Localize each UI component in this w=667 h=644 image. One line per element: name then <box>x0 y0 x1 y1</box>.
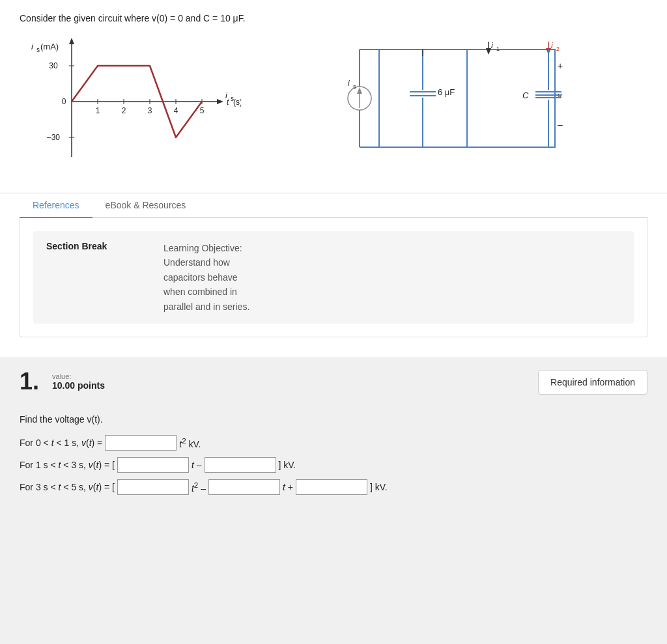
svg-text:i: i <box>348 79 350 88</box>
svg-marker-44 <box>486 48 491 55</box>
row2-prefix: For 1 s < t < 3 s, v(t) = [ <box>20 460 115 470</box>
svg-text:s: s <box>353 83 356 90</box>
row1-t2: t2 kV. <box>179 436 201 449</box>
equation-row-2: For 1 s < t < 3 s, v(t) = [ t – ] kV. <box>20 457 647 473</box>
problem-value-points: 10.00 points <box>52 380 105 391</box>
circuit-diagram-area: i s (mA) 30 0 <box>20 30 647 173</box>
svg-text:+: + <box>558 61 563 71</box>
problem-header: 1. value: 10.00 points Required informat… <box>20 370 647 395</box>
row2-t: t – <box>192 460 202 470</box>
page-wrapper: Consider the given circuit where v(0) = … <box>0 0 667 644</box>
row1-input[interactable] <box>105 435 177 451</box>
svg-text:C: C <box>522 91 529 100</box>
row3-kv: ] kV. <box>370 482 388 492</box>
section-break-label: Section Break <box>46 241 137 314</box>
problem-section: 1. value: 10.00 points Required informat… <box>0 357 667 527</box>
svg-marker-6 <box>217 99 223 104</box>
svg-text:i: i <box>491 41 493 50</box>
svg-marker-30 <box>357 87 362 94</box>
circuit-right: i s 6 μF <box>261 30 647 167</box>
svg-text:30: 30 <box>49 61 58 70</box>
svg-marker-5 <box>69 38 74 44</box>
row3-input-1[interactable] <box>117 479 189 495</box>
svg-text:i: i <box>551 41 553 50</box>
problem-number-area: 1. value: 10.00 points <box>20 370 105 393</box>
required-information-button[interactable]: Required information <box>538 370 647 395</box>
equation-row-3: For 3 s < t < 5 s, v(t) = [ t2 – t + ] k… <box>20 479 647 495</box>
svg-text:s: s <box>36 46 40 53</box>
svg-text:2: 2 <box>122 106 126 115</box>
row3-input-3[interactable] <box>296 479 367 495</box>
row2-input-2[interactable] <box>205 457 276 473</box>
svg-text:s: s <box>231 95 234 102</box>
svg-text:–30: –30 <box>47 133 60 142</box>
problem-body: Find the voltage v(t). For 0 < t < 1 s, … <box>20 414 647 495</box>
row3-prefix: For 3 s < t < 5 s, v(t) = [ <box>20 482 115 492</box>
svg-text:(mA): (mA) <box>40 42 59 51</box>
svg-text:6 μF: 6 μF <box>438 87 455 97</box>
svg-text:1: 1 <box>96 106 100 115</box>
row1-prefix: For 0 < t < 1 s, v(t) = <box>20 438 102 448</box>
circuit-problem-text: Consider the given circuit where v(0) = … <box>20 13 647 23</box>
svg-text:4: 4 <box>174 106 178 115</box>
row3-t2: t2 – <box>192 481 206 494</box>
section-break-content: Learning Objective: Understand how capac… <box>163 241 249 314</box>
svg-text:0: 0 <box>62 97 66 106</box>
row2-input-1[interactable] <box>117 457 189 473</box>
svg-text:5: 5 <box>200 106 205 115</box>
svg-text:3: 3 <box>148 106 152 115</box>
tab-content: Section Break Learning Objective: Unders… <box>20 218 647 337</box>
tabs-row: References eBook & Resources <box>20 193 647 218</box>
section-break-row: Section Break Learning Objective: Unders… <box>33 231 634 324</box>
svg-text:1: 1 <box>496 46 500 52</box>
problem-value-area: value: 10.00 points <box>52 372 105 391</box>
row3-input-2[interactable] <box>208 479 280 495</box>
row3-t: t + <box>283 482 293 492</box>
circuit-section: Consider the given circuit where v(0) = … <box>0 0 667 193</box>
graph-container: i s (mA) 30 0 <box>20 30 241 173</box>
svg-text:–: – <box>558 119 563 130</box>
references-section: References eBook & Resources Section Bre… <box>0 193 667 357</box>
find-voltage-text: Find the voltage v(t). <box>20 414 647 425</box>
tab-ebook[interactable]: eBook & Resources <box>92 193 199 218</box>
problem-value-label: value: <box>52 372 105 380</box>
svg-text:i: i <box>31 42 34 51</box>
tab-references[interactable]: References <box>20 193 92 218</box>
row2-kv: ] kV. <box>279 460 296 470</box>
circuit-diagram-svg: i s 6 μF <box>340 36 568 167</box>
svg-text:(s): (s) <box>233 98 241 107</box>
problem-number: 1. <box>20 370 39 393</box>
svg-text:2: 2 <box>556 46 560 52</box>
graph-svg: i s (mA) 30 0 <box>20 30 241 173</box>
equation-row-1: For 0 < t < 1 s, v(t) = t2 kV. <box>20 435 647 451</box>
